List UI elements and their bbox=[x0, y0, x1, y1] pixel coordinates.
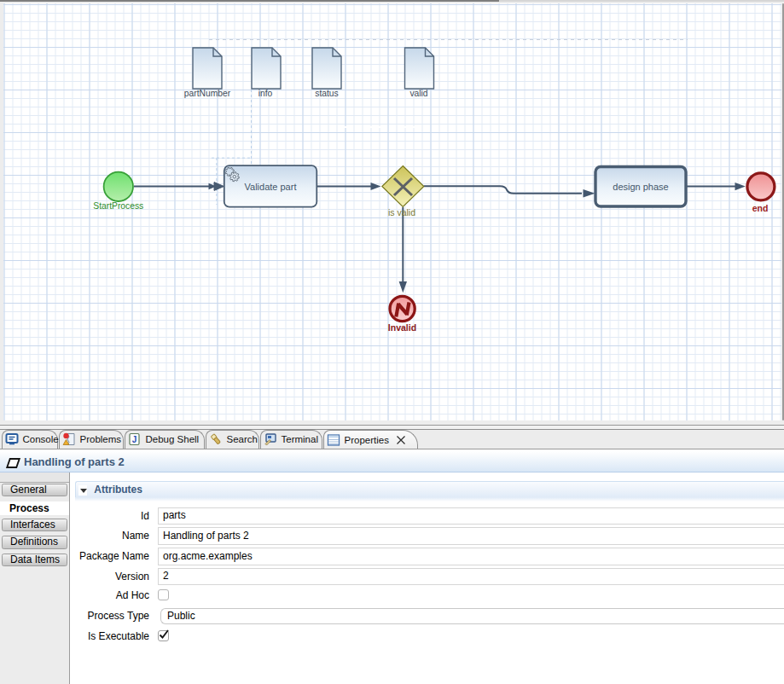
svg-text:Invalid: Invalid bbox=[388, 322, 416, 333]
svg-text:info: info bbox=[258, 89, 273, 98]
svg-text:partNumber: partNumber bbox=[184, 89, 231, 98]
svg-text:design phase: design phase bbox=[613, 182, 668, 192]
svg-text:end: end bbox=[752, 203, 769, 213]
svg-text:valid: valid bbox=[409, 89, 427, 98]
svg-text:J: J bbox=[131, 435, 136, 444]
svg-text:Validate part: Validate part bbox=[245, 182, 297, 192]
svg-text:is valid: is valid bbox=[388, 207, 415, 217]
svg-text:StartProcess: StartProcess bbox=[93, 201, 143, 211]
svg-text:status: status bbox=[315, 89, 338, 98]
